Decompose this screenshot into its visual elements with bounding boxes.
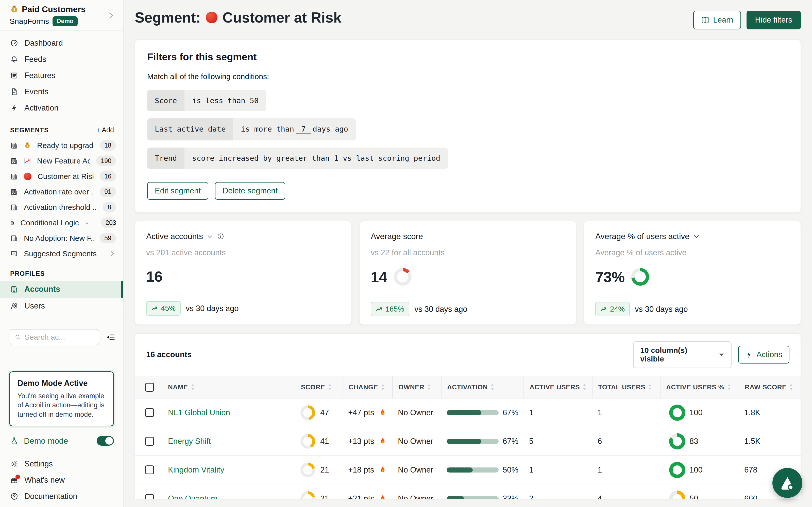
columns-visible-dropdown[interactable]: 10 column(s) visible [633,341,731,368]
gear-icon [10,460,18,468]
sort-icon[interactable] [727,384,731,390]
days-input[interactable]: 7 [296,125,311,134]
edit-segment-button[interactable]: Edit segment [147,182,208,200]
sort-icon[interactable] [381,384,385,390]
info-icon[interactable] [217,233,224,240]
sort-icon[interactable] [491,384,494,390]
flask-icon [10,437,18,445]
learn-button[interactable]: Learn [693,11,741,30]
stat-value: 16 [146,268,163,285]
segment-item-new-feature[interactable]: New Feature Ad... 190 [0,153,123,169]
score-donut [300,405,315,420]
profiles-list: Accounts Users [0,281,123,320]
column-header-active-users-pct[interactable]: ACTIVE USERS % [660,376,739,398]
sidebar-item-feeds[interactable]: Feeds [0,51,123,67]
account-link[interactable]: NL1 Global Union [168,408,230,417]
growth-badge: 165% [371,302,409,316]
owner-cell: No Owner [392,465,441,474]
sort-icon[interactable] [583,384,586,390]
sort-icon[interactable] [427,384,430,390]
row-checkbox[interactable] [145,408,154,417]
select-all-checkbox[interactable] [145,383,154,392]
search-input[interactable] [24,333,94,341]
collapse-sidebar-button[interactable] [106,332,115,342]
chevron-right-icon [107,11,115,20]
actions-button[interactable]: Actions [738,346,790,363]
sidebar-item-events[interactable]: Events [0,83,123,100]
fire-icon [378,466,387,474]
row-checkbox[interactable] [145,465,154,474]
sort-icon[interactable] [648,384,652,390]
row-checkbox[interactable] [145,494,154,499]
sidebar: Paid Customers SnapForms Demo Dashboard … [0,0,123,507]
demo-notice-title: Demo Mode Active [17,379,106,388]
sort-icon[interactable] [790,384,793,390]
search-icon [15,334,21,341]
segment-count: 18 [100,140,116,151]
activation-bar [447,410,499,415]
stat-card-active-accounts: Active accounts vs 201 active accounts 1… [135,221,352,325]
workspace-switcher[interactable]: Paid Customers SnapForms Demo [0,0,123,31]
sidebar-item-suggested-segments[interactable]: Suggested Segments [0,246,123,261]
chevron-down-icon[interactable] [207,233,213,240]
building-icon [10,204,18,211]
page-title: Segment: Customer at Risk [135,9,342,26]
fire-icon [378,437,387,446]
account-link[interactable]: Energy Shift [168,437,211,446]
demo-mode-toggle[interactable] [97,436,114,446]
sidebar-item-activation[interactable]: Activation [0,100,123,116]
column-header-active-users[interactable]: ACTIVE USERS [523,376,592,398]
account-link[interactable]: One Quantum [168,494,217,499]
profiles-section-title: PROFILES [10,270,45,277]
segment-item-activation-rate[interactable]: Activation rate over ... 91 [0,184,123,200]
segment-count: 16 [100,171,116,181]
account-link[interactable]: Kingdom Vitality [168,465,224,474]
sidebar-item-settings[interactable]: Settings [0,456,123,472]
hide-filters-button[interactable]: Hide filters [747,11,801,30]
column-header-total-users[interactable]: TOTAL USERS [592,376,660,398]
accounts-count: 16 accounts [146,350,192,359]
condition-trend[interactable]: Trend score increased by greater than 1 … [147,148,448,169]
segment-item-ready-to-upgrade[interactable]: Ready to upgrade 18 [0,138,123,153]
segment-item-conditional-logic[interactable]: Conditional Logic 203 [0,215,123,230]
column-header-change[interactable]: CHANGE [343,376,392,398]
row-checkbox[interactable] [145,437,154,446]
segment-item-activation-threshold[interactable]: Activation threshold ... 8 [0,200,123,215]
building-icon [10,157,18,165]
sidebar-item-features[interactable]: Features [0,67,123,83]
sidebar-item-accounts[interactable]: Accounts [0,281,123,298]
account-search[interactable] [10,329,99,345]
sidebar-item-dashboard[interactable]: Dashboard [0,35,123,51]
table-row: Energy Shift 41 +13 pts No Owner 67% 5 6… [135,427,801,456]
stat-card-average-score: Average score vs 22 for all accounts 14 … [359,221,576,325]
add-segment-button[interactable]: + Add [96,126,114,134]
fire-icon [378,494,387,499]
owner-cell: No Owner [392,408,441,417]
sidebar-item-whats-new[interactable]: What's new [0,472,123,488]
condition-score[interactable]: Score is less than 50 [147,90,266,111]
column-header-score[interactable]: SCORE [295,376,343,398]
accoil-logo-icon [779,475,796,491]
activation-bar [447,467,499,472]
segment-item-customer-at-risk[interactable]: Customer at Risk 16 [0,169,123,184]
condition-last-active-date[interactable]: Last active date is more than 7 days ago [147,118,356,140]
column-header-owner[interactable]: OWNER [392,376,441,398]
accounts-table-card: 16 accounts 10 column(s) visible Actions… [135,333,801,499]
users-icon [10,302,18,310]
growth-badge: 45% [146,301,181,316]
bolt-icon [745,351,753,358]
chevron-down-icon[interactable] [693,233,700,240]
column-header-activation[interactable]: ACTIVATION [441,376,523,398]
sort-icon[interactable] [191,384,194,390]
segment-item-no-adoption[interactable]: No Adoption: New F... 59 [0,230,123,246]
bolt-icon [10,104,18,112]
growth-badge: 24% [595,302,630,316]
sidebar-item-users[interactable]: Users [0,298,123,314]
notification-dot [15,474,20,479]
column-header-raw-score[interactable]: RAW SCORE [739,376,801,398]
help-launcher-button[interactable] [772,468,802,498]
sidebar-item-documentation[interactable]: Documentation [0,488,123,504]
column-header-name[interactable]: NAME [165,376,295,398]
sort-icon[interactable] [328,384,332,390]
delete-segment-button[interactable]: Delete segment [215,182,285,200]
